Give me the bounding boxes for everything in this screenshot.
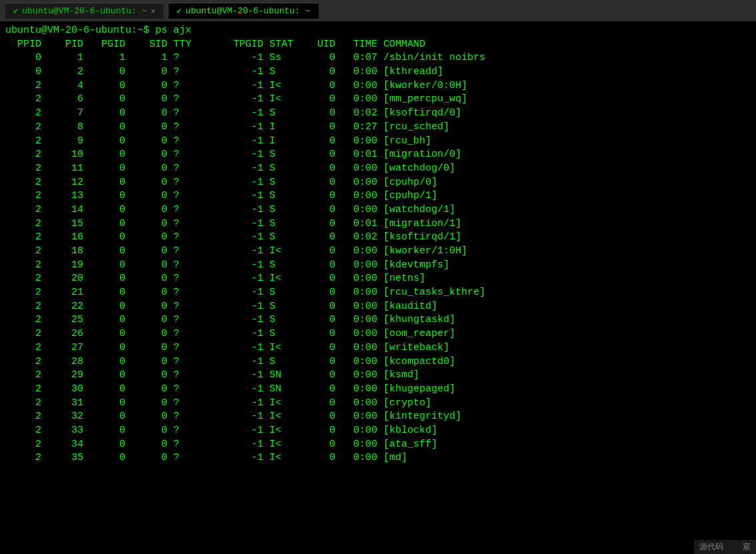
tab-1-close[interactable]: ✕ [151,7,155,15]
bottom-label1: 源代码 [699,543,723,552]
process-row: 2 19 0 0 ? -1 S 0 0:00 [kdevtmpfs] [5,259,751,273]
process-list: 0 1 1 1 ? -1 Ss 0 0:07 /sbin/init noibrs… [5,51,751,465]
process-row: 2 28 0 0 ? -1 S 0 0:00 [kcompactd0] [5,355,751,369]
process-row: 0 2 0 0 ? -1 S 0 0:00 [kthreadd] [5,65,751,79]
process-row: 2 32 0 0 ? -1 I< 0 0:00 [kintegrityd] [5,410,751,424]
process-row: 2 27 0 0 ? -1 I< 0 0:00 [writeback] [5,341,751,355]
process-row: 2 22 0 0 ? -1 S 0 0:00 [kauditd] [5,300,751,314]
tab-1-check: ✔ [13,6,18,16]
process-row: 2 6 0 0 ? -1 I< 0 0:00 [mm_percpu_wq] [5,93,751,107]
title-bar: ✔ ubuntu@VM-20-6-ubuntu: ~ ✕ ✔ ubuntu@VM… [0,0,756,21]
process-row: 2 21 0 0 ? -1 S 0 0:00 [rcu_tasks_kthre] [5,286,751,300]
bottom-bar: 源代码 宸 [694,540,756,554]
process-row: 2 34 0 0 ? -1 I< 0 0:00 [ata_sff] [5,438,751,452]
process-row: 2 9 0 0 ? -1 I 0 0:00 [rcu_bh] [5,135,751,149]
process-row: 2 11 0 0 ? -1 S 0 0:00 [watchdog/0] [5,162,751,176]
process-row: 2 7 0 0 ? -1 S 0 0:02 [ksoftirqd/0] [5,107,751,121]
prompt-line: ubuntu@VM-20-6-ubuntu:~$ ps ajx [5,24,751,38]
header-line: PPID PID PGID SID TTY TPGID STAT UID TIM… [5,38,751,52]
tab-2-label: ubuntu@VM-20-6-ubuntu: ~ [185,6,310,16]
process-row: 2 14 0 0 ? -1 S 0 0:00 [watchdog/1] [5,203,751,217]
process-row: 2 33 0 0 ? -1 I< 0 0:00 [kblockd] [5,424,751,438]
tab-1-label: ubuntu@VM-20-6-ubuntu: ~ [22,6,147,16]
tab-2[interactable]: ✔ ubuntu@VM-20-6-ubuntu: ~ [169,3,318,19]
process-row: 2 31 0 0 ? -1 I< 0 0:00 [crypto] [5,397,751,411]
process-row: 2 18 0 0 ? -1 I< 0 0:00 [kworker/1:0H] [5,245,751,259]
process-row: 2 35 0 0 ? -1 I< 0 0:00 [md] [5,451,751,465]
tab-1[interactable]: ✔ ubuntu@VM-20-6-ubuntu: ~ ✕ [5,3,163,19]
process-row: 2 26 0 0 ? -1 S 0 0:00 [oom_reaper] [5,327,751,341]
process-row: 2 20 0 0 ? -1 I< 0 0:00 [netns] [5,272,751,286]
process-row: 2 12 0 0 ? -1 S 0 0:00 [cpuhp/0] [5,176,751,190]
process-row: 2 16 0 0 ? -1 S 0 0:02 [ksoftirqd/1] [5,231,751,245]
process-row: 2 8 0 0 ? -1 I 0 0:27 [rcu_sched] [5,121,751,135]
process-row: 0 1 1 1 ? -1 Ss 0 0:07 /sbin/init noibrs [5,51,751,65]
bottom-label2: 宸 [743,543,751,552]
terminal-content: ubuntu@VM-20-6-ubuntu:~$ ps ajx PPID PID… [0,21,756,554]
process-row: 2 15 0 0 ? -1 S 0 0:01 [migration/1] [5,217,751,231]
process-row: 2 13 0 0 ? -1 S 0 0:00 [cpuhp/1] [5,189,751,203]
process-row: 2 30 0 0 ? -1 SN 0 0:00 [khugepaged] [5,383,751,397]
process-row: 2 10 0 0 ? -1 S 0 0:01 [migration/0] [5,148,751,162]
tab-2-check: ✔ [177,6,181,16]
process-row: 2 25 0 0 ? -1 S 0 0:00 [khungtaskd] [5,313,751,327]
process-row: 2 4 0 0 ? -1 I< 0 0:00 [kworker/0:0H] [5,79,751,93]
process-row: 2 29 0 0 ? -1 SN 0 0:00 [ksmd] [5,369,751,383]
